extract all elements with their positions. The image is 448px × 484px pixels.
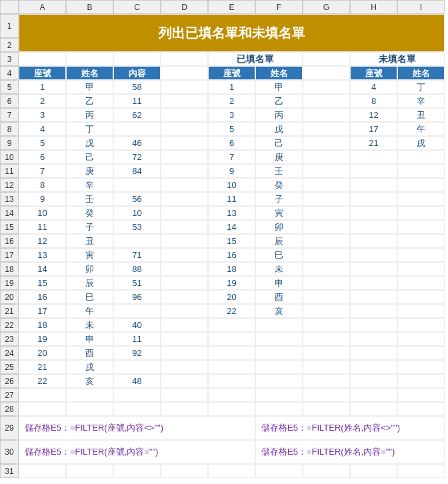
cell-name[interactable]: 卯 (66, 262, 113, 276)
blank[interactable] (303, 164, 350, 178)
cell-seat[interactable]: 4 (19, 122, 66, 136)
blank[interactable] (161, 290, 208, 304)
spreadsheet[interactable]: ABCDEFGHI1234567891011121314151617181920… (0, 0, 448, 478)
cell-seat[interactable]: 2 (208, 94, 255, 108)
blank[interactable] (66, 464, 113, 478)
cell-name[interactable]: 癸 (66, 206, 113, 220)
cell-seat[interactable]: 22 (208, 304, 255, 318)
blank[interactable] (303, 234, 350, 248)
blank[interactable] (161, 248, 208, 262)
blank[interactable] (397, 464, 445, 478)
cell-seat[interactable]: 9 (208, 164, 255, 178)
blank[interactable] (161, 262, 208, 276)
blank[interactable] (397, 164, 445, 178)
cell-content[interactable]: 71 (113, 248, 161, 262)
blank[interactable] (397, 332, 445, 346)
cell-name[interactable]: 亥 (255, 304, 303, 318)
cell-name[interactable]: 寅 (255, 206, 303, 220)
cell-seat[interactable]: 12 (350, 108, 397, 122)
cell-content[interactable]: 84 (113, 164, 161, 178)
cell-seat[interactable]: 7 (208, 150, 255, 164)
blank[interactable] (113, 388, 161, 402)
cell-name[interactable]: 辛 (66, 178, 113, 192)
cell-name[interactable]: 乙 (255, 94, 303, 108)
blank[interactable] (350, 304, 397, 318)
cell-name[interactable]: 辛 (397, 94, 445, 108)
row-header[interactable]: 13 (0, 192, 19, 206)
blank[interactable] (350, 262, 397, 276)
blank[interactable] (397, 276, 445, 290)
cell-name[interactable]: 亥 (66, 374, 113, 388)
blank[interactable] (397, 220, 445, 234)
cell-content[interactable]: 51 (113, 276, 161, 290)
blank[interactable] (303, 122, 350, 136)
blank[interactable] (303, 178, 350, 192)
blank[interactable] (397, 192, 445, 206)
blank[interactable] (161, 464, 208, 478)
cell-seat[interactable]: 6 (19, 150, 66, 164)
cell-name[interactable]: 戊 (66, 136, 113, 150)
row-header[interactable]: 31 (0, 464, 19, 478)
blank[interactable] (255, 360, 303, 374)
cell-name[interactable]: 戌 (66, 360, 113, 374)
cell-content[interactable] (113, 234, 161, 248)
blank[interactable] (350, 374, 397, 388)
cell-seat[interactable]: 15 (19, 276, 66, 290)
blank[interactable] (208, 318, 255, 332)
cell-name[interactable]: 庚 (255, 150, 303, 164)
blank[interactable] (161, 360, 208, 374)
cell-name[interactable]: 丙 (66, 108, 113, 122)
cell-name[interactable]: 甲 (66, 80, 113, 94)
blank[interactable] (303, 262, 350, 276)
blank[interactable] (66, 52, 113, 66)
cell-content[interactable]: 48 (113, 374, 161, 388)
cell-name[interactable]: 己 (66, 150, 113, 164)
col-header[interactable]: H (350, 0, 397, 14)
blank[interactable] (19, 464, 66, 478)
row-header[interactable]: 16 (0, 234, 19, 248)
blank[interactable] (303, 332, 350, 346)
blank[interactable] (397, 262, 445, 276)
cell-name[interactable]: 卯 (255, 220, 303, 234)
blank[interactable] (113, 464, 161, 478)
blank[interactable] (303, 346, 350, 360)
cell-seat[interactable]: 14 (19, 262, 66, 276)
row-header[interactable]: 19 (0, 276, 19, 290)
cell-name[interactable]: 戌 (397, 136, 445, 150)
cell-seat[interactable]: 8 (19, 178, 66, 192)
blank[interactable] (161, 150, 208, 164)
cell-name[interactable]: 巳 (66, 290, 113, 304)
blank[interactable] (19, 52, 66, 66)
blank[interactable] (397, 360, 445, 374)
cell-seat[interactable]: 17 (19, 304, 66, 318)
row-header[interactable]: 27 (0, 388, 19, 402)
blank[interactable] (255, 318, 303, 332)
row-header[interactable]: 1 (0, 14, 19, 38)
blank[interactable] (255, 464, 303, 478)
cell-seat[interactable]: 1 (208, 80, 255, 94)
blank[interactable] (303, 66, 350, 80)
row-header[interactable]: 5 (0, 80, 19, 94)
cell-seat[interactable]: 20 (19, 346, 66, 360)
blank[interactable] (161, 206, 208, 220)
col-header[interactable]: G (303, 0, 350, 14)
blank[interactable] (303, 80, 350, 94)
blank[interactable] (350, 464, 397, 478)
cell-seat[interactable]: 18 (19, 318, 66, 332)
blank[interactable] (350, 234, 397, 248)
blank[interactable] (303, 304, 350, 318)
blank[interactable] (303, 220, 350, 234)
cell-seat[interactable]: 2 (19, 94, 66, 108)
blank[interactable] (255, 346, 303, 360)
cell-content[interactable]: 46 (113, 136, 161, 150)
cell-name[interactable]: 午 (397, 122, 445, 136)
blank[interactable] (397, 234, 445, 248)
blank[interactable] (113, 402, 161, 416)
row-header[interactable]: 21 (0, 304, 19, 318)
blank[interactable] (350, 178, 397, 192)
blank[interactable] (303, 248, 350, 262)
blank[interactable] (208, 374, 255, 388)
cell-seat[interactable]: 1 (19, 80, 66, 94)
row-header[interactable]: 8 (0, 122, 19, 136)
blank[interactable] (303, 52, 350, 66)
